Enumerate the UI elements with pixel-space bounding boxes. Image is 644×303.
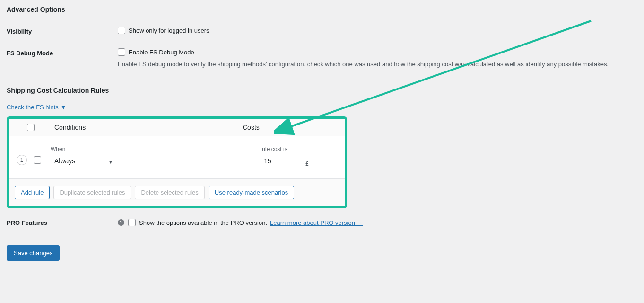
delete-rules-button[interactable]: Delete selected rules	[135, 186, 204, 199]
cost-label: rule cost is	[260, 146, 309, 152]
visibility-checkbox-label: Show only for logged in users	[129, 27, 209, 34]
svg-line-1	[288, 21, 591, 127]
pro-checkbox[interactable]	[128, 219, 136, 226]
debug-checkbox-label: Enable FS Debug Mode	[129, 49, 194, 56]
debug-checkbox-line[interactable]: Enable FS Debug Mode	[118, 48, 644, 56]
help-icon[interactable]: ?	[118, 219, 124, 226]
pro-checkbox-line[interactable]: Show the options available in the PRO ve…	[128, 219, 267, 226]
table-row: 1 When Always ▼ rule cost is £	[9, 136, 345, 178]
rules-header: Conditions Costs	[9, 119, 345, 136]
rules-footer: Add rule Duplicate selected rules Delete…	[9, 178, 345, 206]
pro-row: PRO Features ? Show the options availabl…	[7, 219, 644, 226]
debug-description: Enable FS debug mode to verify the shipp…	[118, 61, 644, 68]
currency-symbol: £	[305, 160, 309, 167]
when-label: When	[51, 146, 117, 152]
conditions-header: Conditions	[45, 124, 243, 131]
visibility-checkbox[interactable]	[118, 27, 125, 34]
costs-header: Costs	[243, 124, 337, 131]
section-title: Advanced Options	[7, 6, 644, 13]
visibility-row: Visibility Show only for logged in users	[7, 27, 644, 35]
visibility-checkbox-line[interactable]: Show only for logged in users	[118, 27, 644, 34]
debug-label: FS Debug Mode	[7, 48, 118, 57]
cost-input[interactable]	[260, 155, 303, 167]
chevron-down-icon: ▼	[61, 104, 67, 111]
duplicate-rules-button[interactable]: Duplicate selected rules	[53, 186, 131, 199]
select-all-checkbox[interactable]	[27, 124, 35, 131]
visibility-label: Visibility	[7, 27, 118, 35]
scenarios-button[interactable]: Use ready-made scenarios	[209, 186, 294, 199]
debug-checkbox[interactable]	[118, 48, 125, 56]
hints-link[interactable]: Check the FS hints ▼	[7, 104, 67, 111]
debug-row: FS Debug Mode Enable FS Debug Mode Enabl…	[7, 48, 644, 68]
save-changes-button[interactable]: Save changes	[7, 245, 60, 261]
when-select[interactable]: Always	[51, 155, 117, 167]
pro-learn-more-link[interactable]: Learn more about PRO version →	[270, 219, 363, 226]
pro-checkbox-label: Show the options available in the PRO ve…	[139, 219, 267, 226]
add-rule-button[interactable]: Add rule	[15, 186, 50, 199]
rule-row-checkbox[interactable]	[34, 156, 41, 164]
pro-label: PRO Features	[7, 219, 118, 226]
rules-table: Conditions Costs 1 When Always ▼ rule co…	[7, 116, 347, 208]
rule-number: 1	[17, 155, 27, 165]
hints-link-text: Check the FS hints	[7, 104, 59, 111]
rules-title: Shipping Cost Calculation Rules	[7, 87, 644, 94]
